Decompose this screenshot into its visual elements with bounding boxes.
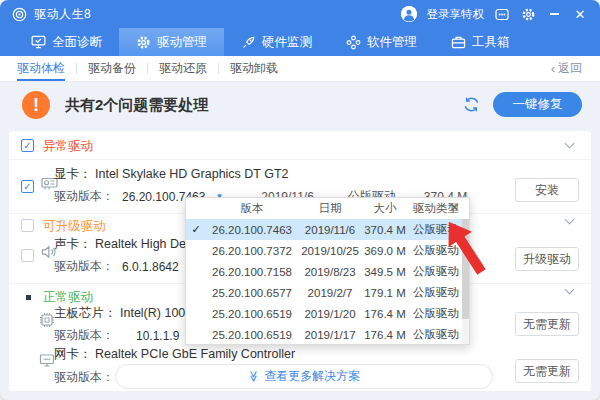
summary-strip: ! 共有2个问题需要处理 一键修复 [0, 86, 600, 124]
audio-driver-version-row: 驱动版本： 6.0.1.8642 [54, 258, 179, 275]
toolbox-icon [451, 35, 466, 49]
settings-icon[interactable] [520, 6, 536, 22]
rocket-icon [241, 35, 256, 50]
tab-full-diagnosis[interactable]: 全面诊断 [14, 28, 119, 56]
titlebar: 驱动人生8 登录享特权 ✕ [0, 0, 600, 28]
install-button[interactable]: 安装 [515, 178, 579, 202]
upgrade-driver-button[interactable]: 升级驱动 [515, 247, 579, 271]
collapse-upgradable-chevron-icon[interactable] [565, 215, 575, 225]
column-date: 日期 [298, 201, 362, 216]
dropdown-close-icon[interactable]: ✕ [449, 200, 460, 217]
gpu-driver-name: 显卡： Intel Skylake HD Graphics DT GT2 [54, 166, 289, 183]
column-size: 大小 [362, 201, 408, 216]
double-chevron-down-icon: ≫ [247, 371, 260, 383]
subtab-driver-restore[interactable]: 驱动还原 [148, 56, 218, 81]
subtab-driver-backup[interactable]: 驱动备份 [77, 56, 147, 81]
no-update-button-chipset[interactable]: 无需更新 [515, 312, 579, 336]
version-option-row[interactable]: 26.20.100.7372 2019/10/25 369.0 M 公版驱动 [186, 240, 469, 261]
upgradable-section-checkbox[interactable] [21, 219, 34, 232]
one-click-fix-button[interactable]: 一键修复 [493, 92, 582, 117]
close-button[interactable]: ✕ [572, 6, 588, 22]
divider [9, 159, 591, 160]
minimize-button[interactable] [546, 6, 562, 22]
back-chevron-icon: ‹ [551, 62, 555, 76]
subtab-driver-checkup[interactable]: 驱动体检 [6, 56, 76, 81]
gpu-row-checkbox[interactable]: ✓ [21, 180, 34, 193]
section-normal-label: 正常驱动 [43, 289, 93, 306]
sub-nav: 驱动体检 驱动备份 驱动还原 驱动卸载 ‹ 返回 [0, 56, 600, 82]
version-option-row[interactable]: 25.20.100.6577 2019/2/7 179.1 M 公版驱动 [186, 282, 469, 303]
column-version: 版本 [206, 201, 298, 216]
feedback-icon[interactable] [494, 6, 510, 22]
collapse-abnormal-chevron-icon[interactable] [565, 139, 575, 149]
back-link[interactable]: ‹ 返回 [551, 60, 582, 77]
version-option-row[interactable]: 26.20.100.7158 2019/8/23 349.5 M 公版驱动 [186, 261, 469, 282]
no-update-button-network[interactable]: 无需更新 [515, 359, 579, 383]
network-driver-name: 网卡： Realtek PCIe GbE Family Controller [54, 346, 295, 363]
chipset-driver-version: 10.1.1.9 [136, 329, 179, 343]
circles-icon [346, 35, 361, 50]
app-window: 驱动人生8 登录享特权 ✕ 全面诊断 驱动管理 硬件监测 [0, 0, 600, 400]
version-option-row[interactable]: 25.20.100.6519 2019/1/17 176.4 M 公版驱动 [186, 324, 469, 345]
tab-toolbox[interactable]: 工具箱 [434, 28, 527, 56]
collapse-normal-chevron-icon[interactable] [565, 285, 575, 295]
chipset-icon [39, 312, 55, 328]
section-upgradable-label: 可升级驱动 [43, 218, 106, 235]
warning-icon: ! [22, 91, 50, 119]
version-option-row[interactable]: 25.20.100.6519 2019/1/20 176.4 M 公版驱动 [186, 303, 469, 324]
selected-check-icon: ✓ [186, 223, 206, 236]
subtab-driver-uninstall[interactable]: 驱动卸载 [219, 56, 289, 81]
normal-section-bullet [26, 295, 31, 300]
tab-driver-management[interactable]: 驱动管理 [119, 28, 224, 56]
audio-row-checkbox[interactable] [21, 249, 34, 262]
network-adapter-icon [39, 353, 55, 368]
login-link[interactable]: 登录享特权 [427, 7, 485, 22]
version-option-row[interactable]: ✓ 26.20.100.7463 2019/11/6 370.4 M 公版驱动 [186, 219, 469, 240]
more-solutions-button[interactable]: ≫ 查看更多解决方案 [115, 364, 493, 389]
section-abnormal-label: 异常驱动 [43, 138, 93, 155]
gear-icon [136, 35, 151, 50]
rescan-icon[interactable] [462, 95, 481, 114]
tab-software-management[interactable]: 软件管理 [329, 28, 434, 56]
summary-message: 共有2个问题需要处理 [65, 96, 208, 115]
main-nav: 全面诊断 驱动管理 硬件监测 软件管理 工具箱 [0, 28, 600, 56]
dropdown-header-row: 版本 日期 大小 驱动类型 [186, 198, 469, 219]
audio-driver-version: 6.0.1.8642 [122, 260, 179, 274]
abnormal-section-checkbox[interactable]: ✓ [21, 139, 34, 152]
app-logo-icon [12, 7, 27, 22]
user-avatar-icon[interactable] [401, 6, 417, 22]
version-dropdown-panel: ✕ 版本 日期 大小 驱动类型 ✓ 26.20.100.7463 2019/11… [185, 197, 470, 345]
monitor-check-icon [31, 35, 46, 49]
dropdown-scrollbar-thumb[interactable] [462, 219, 469, 319]
tab-hardware-monitor[interactable]: 硬件监测 [224, 28, 329, 56]
app-title: 驱动人生8 [34, 6, 91, 23]
